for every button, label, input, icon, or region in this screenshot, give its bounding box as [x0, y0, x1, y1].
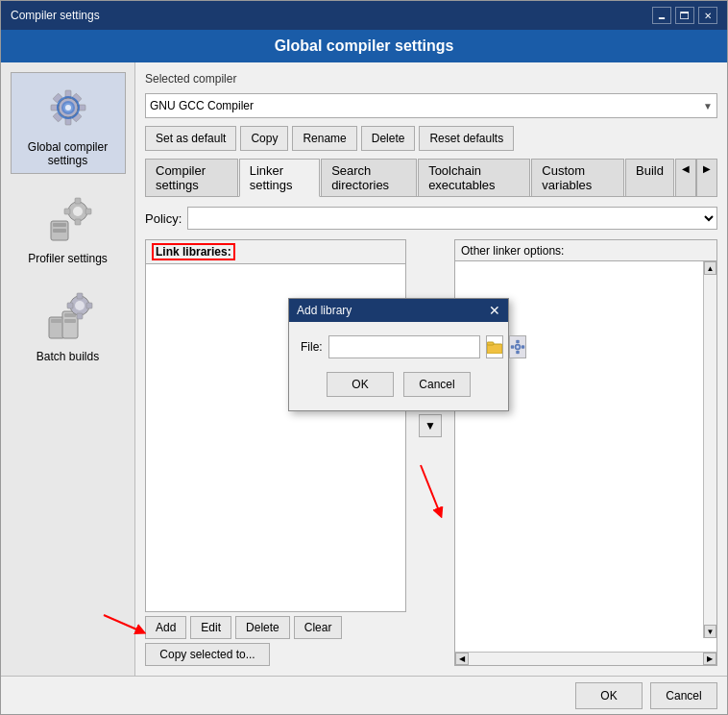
link-panel-border: Link libraries:: [145, 239, 406, 612]
scroll-up-button[interactable]: ▲: [704, 261, 716, 275]
svg-rect-32: [86, 303, 92, 308]
svg-rect-26: [64, 319, 76, 323]
set-default-button[interactable]: Set as default: [145, 126, 236, 151]
scroll-track-h: [469, 653, 703, 665]
svg-rect-21: [85, 209, 91, 214]
tab-linker-settings[interactable]: Linker settings: [239, 159, 320, 197]
link-panel-header: Link libraries:: [146, 240, 405, 264]
sidebar-label-batch: Batch builds: [36, 350, 99, 363]
svg-rect-18: [75, 198, 81, 204]
svg-line-36: [421, 465, 440, 513]
scroll-left-button[interactable]: ◀: [455, 653, 469, 665]
delete-button[interactable]: Delete: [361, 126, 416, 151]
svg-rect-19: [75, 219, 81, 225]
copy-button[interactable]: Copy: [240, 126, 288, 151]
svg-rect-30: [77, 313, 83, 319]
svg-rect-15: [53, 229, 66, 233]
svg-rect-24: [51, 319, 62, 323]
svg-rect-20: [64, 209, 70, 214]
dialog-browse-button[interactable]: [486, 335, 503, 358]
dialog-gear-icon: [510, 339, 525, 355]
gear-icon: [41, 81, 95, 135]
tab-toolchain[interactable]: Toolchain executables: [418, 159, 530, 196]
compiler-select-row: GNU GCC Compiler ▼: [145, 93, 717, 118]
main-window: Compiler settings 🗕 🗖 ✕ Global compiler …: [0, 0, 728, 715]
policy-label: Policy:: [145, 211, 182, 226]
dialog-cancel-button[interactable]: Cancel: [403, 372, 471, 397]
dialog-close-button[interactable]: ✕: [489, 304, 500, 317]
folder-icon: [487, 340, 502, 354]
close-button[interactable]: ✕: [698, 7, 717, 24]
svg-point-28: [75, 301, 85, 310]
dialog-file-label: File:: [301, 340, 323, 354]
other-linker-header: Other linker options:: [461, 244, 564, 258]
clear-button[interactable]: Clear: [294, 616, 343, 639]
dialog-title-bar: Add library ✕: [289, 299, 508, 322]
copy-selected-button[interactable]: Copy selected to...: [145, 643, 270, 666]
tab-custom-variables[interactable]: Custom variables: [531, 159, 624, 196]
red-arrow-add: [99, 610, 147, 639]
svg-point-12: [65, 105, 71, 111]
tab-build[interactable]: Build: [625, 159, 674, 196]
dialog-body: File:: [289, 322, 508, 410]
profiler-gear-icon: [41, 192, 95, 246]
dialog-title: Add library: [297, 304, 352, 317]
svg-rect-29: [77, 293, 83, 299]
red-arrow-gear: [416, 460, 445, 518]
tab-search-directories[interactable]: Search directories: [321, 159, 417, 196]
svg-rect-41: [516, 340, 519, 343]
tab-scroll-left[interactable]: ◀: [675, 159, 696, 196]
tab-compiler-settings[interactable]: Compiler settings: [145, 159, 238, 196]
scroll-down-button[interactable]: ▼: [704, 625, 716, 638]
profiler-icon: [39, 190, 97, 248]
svg-rect-38: [487, 342, 494, 345]
add-library-dialog: Add library ✕ File:: [288, 298, 509, 411]
minimize-button[interactable]: 🗕: [652, 7, 671, 24]
other-panel-header: Other linker options:: [455, 240, 716, 261]
svg-point-17: [73, 207, 83, 216]
link-libraries-header: Link libraries:: [152, 243, 235, 260]
sidebar-item-global-compiler[interactable]: Global compiler settings: [11, 72, 126, 174]
dialog-ok-button[interactable]: OK: [327, 372, 394, 397]
selected-compiler-label: Selected compiler: [145, 72, 717, 86]
batch-icon: [39, 288, 97, 346]
toolbar-row: Set as default Copy Rename Delete Reset …: [145, 126, 717, 151]
title-bar: Compiler settings 🗕 🗖 ✕: [1, 1, 727, 30]
compiler-value: GNU GCC Compiler: [150, 99, 254, 112]
sidebar-item-batch[interactable]: Batch builds: [11, 282, 126, 370]
rename-button[interactable]: Rename: [292, 126, 356, 151]
batch-gear-icon: [41, 290, 95, 344]
global-compiler-icon: [39, 79, 97, 136]
compiler-dropdown[interactable]: GNU GCC Compiler ▼: [145, 93, 717, 118]
compiler-dropdown-arrow: ▼: [703, 101, 713, 111]
vertical-scrollbar: ▲ ▼: [703, 261, 716, 638]
add-button[interactable]: Add: [145, 616, 186, 639]
delete-lib-button[interactable]: Delete: [235, 616, 290, 639]
dialog-gear-button[interactable]: [509, 335, 526, 358]
edit-button[interactable]: Edit: [190, 616, 231, 639]
scroll-track-v: [704, 275, 716, 625]
dialog-file-input[interactable]: [328, 335, 480, 358]
svg-rect-14: [53, 223, 66, 227]
copy-selected-row: Copy selected to...: [145, 643, 406, 666]
policy-select[interactable]: [187, 207, 717, 230]
svg-rect-43: [511, 346, 514, 349]
tabs-row: Compiler settings Linker settings Search…: [145, 159, 717, 197]
svg-rect-42: [516, 351, 519, 354]
policy-row: Policy:: [145, 205, 717, 232]
footer-cancel-button[interactable]: Cancel: [650, 682, 717, 709]
dialog-file-row: File:: [301, 335, 497, 358]
window-controls: 🗕 🗖 ✕: [652, 7, 717, 24]
scroll-right-button[interactable]: ▶: [703, 653, 716, 665]
tab-scroll-right[interactable]: ▶: [696, 159, 717, 196]
maximize-button[interactable]: 🗖: [675, 7, 694, 24]
svg-rect-31: [67, 303, 73, 308]
reset-defaults-button[interactable]: Reset defaults: [419, 126, 514, 151]
svg-rect-44: [522, 346, 524, 349]
horizontal-scrollbar: ◀ ▶: [455, 652, 716, 665]
footer-bar: OK Cancel: [1, 676, 727, 714]
svg-point-40: [516, 346, 519, 349]
footer-ok-button[interactable]: OK: [575, 682, 643, 709]
sidebar-item-profiler[interactable]: Profiler settings: [11, 184, 126, 272]
move-down-button[interactable]: ▼: [419, 414, 442, 437]
